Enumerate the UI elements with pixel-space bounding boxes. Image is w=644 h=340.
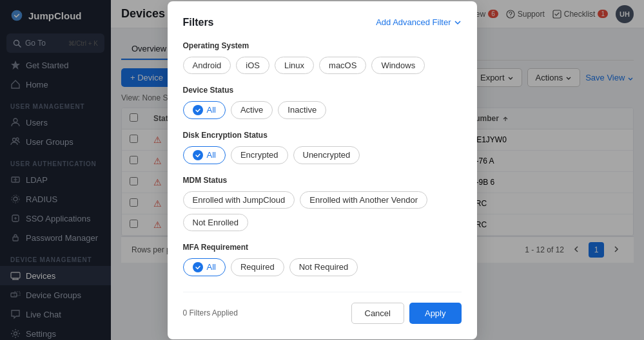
- mfa-filter-title: MFA Requirement: [183, 243, 462, 252]
- chip-all-encryption[interactable]: All: [183, 146, 226, 164]
- disk-encryption-filter-title: Disk Encryption Status: [183, 131, 462, 140]
- device-status-filter-section: Device Status All Active Inactive: [183, 86, 462, 119]
- os-filter-section: Operating System Android iOS Linux macOS…: [183, 41, 462, 74]
- chevron-down-icon: [454, 19, 462, 26]
- mfa-filter-chips: All Required Not Required: [183, 258, 462, 276]
- modal-header: Filters Add Advanced Filter: [183, 17, 462, 28]
- mfa-filter-section: MFA Requirement All Required Not Require…: [183, 243, 462, 276]
- chip-inactive[interactable]: Inactive: [278, 101, 326, 119]
- chip-all-status[interactable]: All: [183, 101, 226, 119]
- chip-all-mfa[interactable]: All: [183, 258, 226, 276]
- check-icon: [193, 262, 203, 272]
- modal-title: Filters: [183, 17, 214, 28]
- chip-windows[interactable]: Windows: [371, 57, 425, 74]
- chip-ios[interactable]: iOS: [236, 57, 269, 74]
- chip-enrolled-jumpcloud[interactable]: Enrolled with JumpCloud: [183, 191, 295, 209]
- checkmark-icon: [195, 107, 201, 113]
- check-icon: [193, 150, 203, 160]
- modal-footer: 0 Filters Applied Cancel Apply: [183, 292, 462, 324]
- chip-enrolled-vendor[interactable]: Enrolled with Another Vendor: [300, 191, 427, 209]
- check-icon: [193, 105, 203, 115]
- device-status-chips: All Active Inactive: [183, 101, 462, 119]
- add-advanced-filter-button[interactable]: Add Advanced Filter: [376, 17, 461, 27]
- mdm-status-chips: Enrolled with JumpCloud Enrolled with An…: [183, 191, 462, 231]
- chip-not-enrolled[interactable]: Not Enrolled: [183, 214, 249, 231]
- filters-modal: Filters Add Advanced Filter Operating Sy…: [168, 1, 477, 339]
- os-filter-chips: Android iOS Linux macOS Windows: [183, 57, 462, 74]
- chip-required[interactable]: Required: [231, 258, 284, 276]
- chip-linux[interactable]: Linux: [275, 57, 314, 74]
- chip-not-required[interactable]: Not Required: [289, 258, 358, 276]
- chip-active[interactable]: Active: [231, 101, 273, 119]
- device-status-filter-title: Device Status: [183, 86, 462, 95]
- modal-overlay: Filters Add Advanced Filter Operating Sy…: [0, 0, 644, 340]
- mdm-status-filter-section: MDM Status Enrolled with JumpCloud Enrol…: [183, 176, 462, 231]
- filters-applied-label: 0 Filters Applied: [183, 308, 238, 317]
- checkmark-icon: [195, 152, 201, 158]
- mdm-status-filter-title: MDM Status: [183, 176, 462, 185]
- modal-actions: Cancel Apply: [351, 303, 462, 324]
- checkmark-icon: [195, 264, 201, 270]
- chip-macos[interactable]: macOS: [319, 57, 366, 74]
- cancel-button[interactable]: Cancel: [351, 303, 404, 324]
- apply-button[interactable]: Apply: [409, 303, 462, 324]
- disk-encryption-filter-section: Disk Encryption Status All Encrypted Une…: [183, 131, 462, 164]
- chip-encrypted[interactable]: Encrypted: [231, 146, 288, 164]
- disk-encryption-chips: All Encrypted Unencrypted: [183, 146, 462, 164]
- chip-unencrypted[interactable]: Unencrypted: [293, 146, 360, 164]
- os-filter-title: Operating System: [183, 41, 462, 50]
- chip-android[interactable]: Android: [183, 57, 231, 74]
